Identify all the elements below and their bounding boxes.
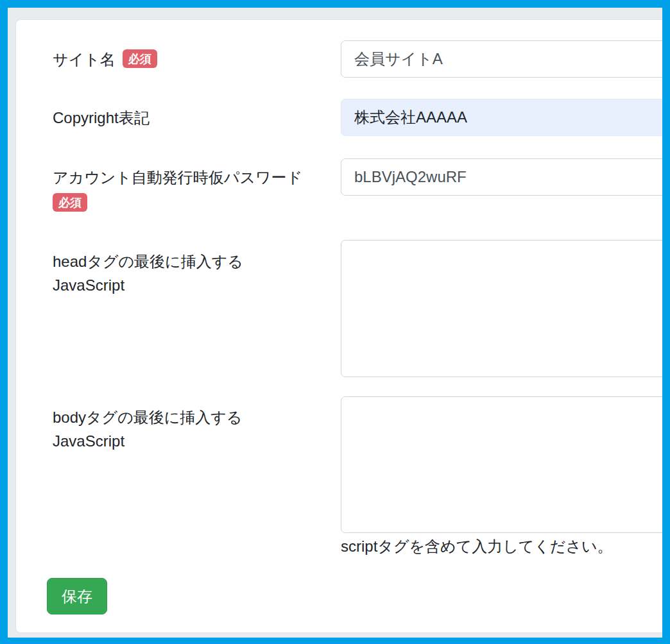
frame-border-bottom bbox=[0, 638, 670, 644]
copyright-input[interactable] bbox=[341, 99, 670, 136]
frame-border-top bbox=[0, 0, 670, 8]
head-js-label: headタグの最後に挿入する JavaScript bbox=[53, 250, 316, 297]
temp-password-input[interactable] bbox=[341, 158, 670, 196]
required-badge: 必須 bbox=[123, 49, 157, 68]
save-button[interactable]: 保存 bbox=[47, 578, 107, 614]
head-js-label-line1: headタグの最後に挿入する bbox=[53, 250, 316, 273]
body-js-label: bodyタグの最後に挿入する JavaScript bbox=[53, 405, 316, 453]
site-name-input[interactable] bbox=[341, 40, 670, 78]
site-name-label-text: サイト名 bbox=[53, 51, 116, 68]
copyright-label-text: Copyright表記 bbox=[53, 109, 150, 126]
required-badge: 必須 bbox=[53, 193, 87, 212]
script-tag-hint: scriptタグを含めて入力してください。 bbox=[341, 534, 613, 558]
body-js-label-line2: JavaScript bbox=[53, 429, 316, 453]
frame-border-right bbox=[662, 0, 670, 644]
body-js-label-line1: bodyタグの最後に挿入する bbox=[53, 405, 316, 429]
temp-password-label-text: アカウント自動発行時仮パスワード bbox=[53, 165, 316, 189]
head-js-label-line2: JavaScript bbox=[53, 273, 316, 297]
body-js-textarea[interactable] bbox=[341, 396, 670, 533]
settings-form-card: サイト名必須 Copyright表記 アカウント自動発行時仮パスワード 必須 h… bbox=[15, 19, 670, 633]
site-name-label: サイト名必須 bbox=[53, 47, 316, 71]
head-js-textarea[interactable] bbox=[341, 240, 670, 377]
copyright-label: Copyright表記 bbox=[53, 106, 316, 130]
frame-border-left bbox=[0, 0, 8, 644]
temp-password-label: アカウント自動発行時仮パスワード 必須 bbox=[53, 165, 316, 213]
screen: サイト名必須 Copyright表記 アカウント自動発行時仮パスワード 必須 h… bbox=[0, 0, 670, 644]
